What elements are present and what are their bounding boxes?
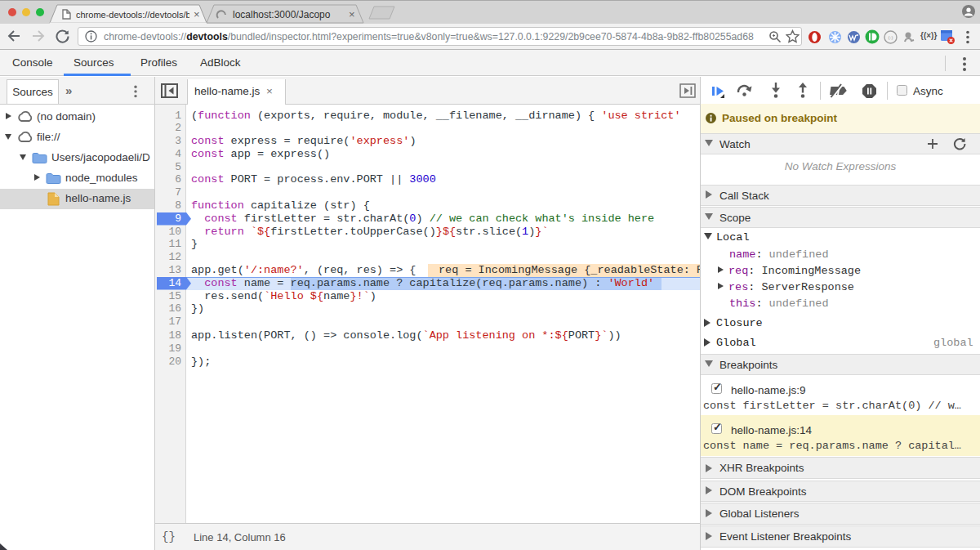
- svg-text:(-): (-): [889, 35, 893, 40]
